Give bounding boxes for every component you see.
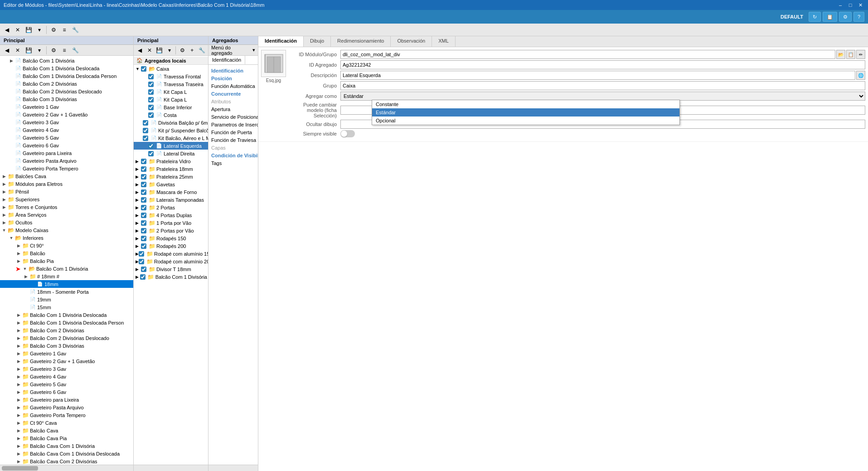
mid-tb-back[interactable]: ◀ <box>136 45 145 55</box>
check[interactable] <box>140 274 145 280</box>
siempre-toggle[interactable] <box>340 130 355 137</box>
close-button[interactable]: ✕ <box>856 1 864 9</box>
ag-funcion-puerta[interactable]: Función de Puerta <box>209 128 258 136</box>
tree-item-balcao-3-div[interactable]: 📄 Balcão Com 3 Divisórias <box>0 95 133 103</box>
check[interactable] <box>148 89 154 95</box>
tree-item-balcao-1-div-desk-p-f2[interactable]: ▶ 📁 Balcão Com 1 Divisória Deslocada Per… <box>0 319 133 326</box>
tree-item-balcao-2-div-d[interactable]: 📄 Balcão Com 2 Divisórias Deslocado <box>0 87 133 95</box>
check[interactable] <box>148 112 154 118</box>
tree-item-balcao-2-div-f2[interactable]: ▶ 📁 Balcão Com 2 Divisórias <box>0 326 133 334</box>
tree-item-area-servicos[interactable]: ▶ 📁 Área Serviços <box>0 211 133 219</box>
tree-item-gav4[interactable]: 📄 Gaveteiro 4 Gav <box>0 126 133 134</box>
check-lateral-esq[interactable] <box>148 143 154 149</box>
cb-gavetas[interactable]: ▶ 📁 Gavetas <box>134 180 208 188</box>
cb-prateleira-vidro[interactable]: ▶ 📁 Prateleira Vidro <box>134 157 208 165</box>
tree-item-modulos-eletros[interactable]: ▶ 📁 Módulos para Eletros <box>0 180 133 188</box>
tree-item-gav6[interactable]: 📄 Gaveteiro 6 Gav <box>0 141 133 149</box>
refresh-button[interactable]: ↻ <box>809 12 821 22</box>
cb-rodapes-150[interactable]: ▶ 📁 Rodapés 150 <box>134 234 208 242</box>
mid-tb-plus[interactable]: + <box>188 45 197 55</box>
tree-item-pensil[interactable]: ▶ 📁 Pênsil <box>0 188 133 195</box>
ag-tags[interactable]: Tags <box>209 159 258 167</box>
mid-tb-drop[interactable]: ▾ <box>165 45 174 55</box>
ag-posicion[interactable]: Posición <box>209 74 258 82</box>
cb-4-portas-duplas[interactable]: ▶ 📁 4 Portas Duplas <box>134 211 208 219</box>
tree-item-balcao-3-div-f2[interactable]: ▶ 📁 Balcão Com 3 Divisórias <box>0 342 133 350</box>
tree-item-gav3-f2[interactable]: ▶ 📁 Gaveteiro 3 Gav <box>0 365 133 373</box>
tree-item-15mm[interactable]: 📄 15mm <box>0 303 133 311</box>
id-modulo-btn3[interactable]: ✏ <box>856 50 865 59</box>
tree-item-gav5[interactable]: 📄 Gaveteiro 5 Gav <box>0 134 133 141</box>
dropdown-opcional[interactable]: Opcional <box>372 117 679 125</box>
tree-item-balcao-1-div-desk[interactable]: 📄 Balcão Com 1 Divisória Deslocada <box>0 64 133 72</box>
clipboard-button[interactable]: 📋 <box>823 12 837 22</box>
left-tb-save[interactable]: 💾 <box>24 45 34 55</box>
cb-divisoria[interactable]: 📄 Divisória Balção p/ 6mm <box>134 119 208 126</box>
id-modulo-btn1[interactable]: 📂 <box>836 50 845 59</box>
cb-travessa-traseira[interactable]: 📄 Travessa Traseira <box>134 80 208 88</box>
ag-atributos[interactable]: Atributos <box>209 97 258 105</box>
tree-item-lixeira-f2[interactable]: ▶ 📁 Gaveteiro para Lixeira <box>0 396 133 403</box>
cb-lateral-esq[interactable]: 📄 Lateral Esquerda <box>134 142 208 150</box>
cb-2-portas[interactable]: ▶ 📁 2 Portas <box>134 204 208 211</box>
maximize-button[interactable]: □ <box>846 1 854 9</box>
ag-funcion-traviesa[interactable]: Función de Traviesa <box>209 136 258 144</box>
tree-item-18mm-hash[interactable]: ▶ 📁 # 18mm # <box>0 272 133 280</box>
left-tb-back[interactable]: ◀ <box>2 45 12 55</box>
cb-caixa[interactable]: ▼ 📂 Caixa <box>134 65 208 73</box>
check[interactable] <box>141 159 146 164</box>
ag-condicion-vis[interactable]: Condición de Visibilidad <box>209 151 258 159</box>
cb-prateleira-25mm[interactable]: ▶ 📁 Prateleira 25mm <box>134 173 208 180</box>
check[interactable] <box>148 82 154 87</box>
cb-rodapes-200[interactable]: ▶ 📁 Rodapés 200 <box>134 242 208 250</box>
descripcion-input[interactable] <box>340 71 855 80</box>
check[interactable] <box>143 136 148 141</box>
tab-identificacion[interactable]: Identificación <box>258 36 304 47</box>
tree-item-balcao-1-div-desk-p[interactable]: 📄 Balcão Com 1 Divisória Deslocada Perso… <box>0 72 133 80</box>
back-button[interactable]: ◀ <box>2 25 12 35</box>
cb-mascara-forno[interactable]: ▶ 📁 Mascara de Forno <box>134 188 208 196</box>
tree-item-torres[interactable]: ▶ 📁 Torres e Conjuntos <box>0 203 133 211</box>
mid-tb-close[interactable]: ✕ <box>145 45 155 55</box>
check[interactable] <box>143 120 148 126</box>
tree-item-ct90-cava[interactable]: ▶ 📁 Ct 90° Cava <box>0 419 133 427</box>
left-tb-close[interactable]: ✕ <box>13 45 23 55</box>
tree-item-gav5-f2[interactable]: ▶ 📁 Gaveteiro 5 Gav <box>0 380 133 388</box>
tree-item-ocultos[interactable]: ▶ 📁 Ocultos <box>0 219 133 226</box>
check[interactable] <box>141 243 146 249</box>
check[interactable] <box>141 189 146 195</box>
check[interactable] <box>141 197 146 203</box>
check[interactable] <box>141 174 146 180</box>
tree-item-gav3[interactable]: 📄 Gaveteiro 3 Gav <box>0 118 133 126</box>
dropdown-estandar[interactable]: Estándar <box>372 108 679 117</box>
tree-item-superiores[interactable]: ▶ 📁 Superiores <box>0 195 133 203</box>
tree-item-gav2-1-f2[interactable]: ▶ 📁 Gaveteiro 2 Gav + 1 Gavetão <box>0 357 133 365</box>
check[interactable] <box>143 128 148 133</box>
tree-item-balcao-1-div-main[interactable]: ➤ ▼ 📂 Balcão Com 1 Divisória <box>0 265 133 272</box>
tree-item-modelo-caixas[interactable]: ▼ 📂 Modelo Caixas <box>0 226 133 234</box>
help-button[interactable]: ? <box>853 12 864 22</box>
settings-toolbar-button[interactable]: ⚙ <box>48 25 58 35</box>
check[interactable] <box>141 220 146 226</box>
check[interactable] <box>141 182 146 187</box>
id-agregado-input[interactable] <box>340 60 865 69</box>
check[interactable] <box>141 205 146 210</box>
cb-2-portas-vao[interactable]: ▶ 📁 2 Portas por Vão <box>134 227 208 234</box>
tree-item-porta-f2[interactable]: ▶ 📁 Gaveteiro Porta Tempero <box>0 411 133 419</box>
ag-identificacion[interactable]: Identificación <box>209 67 258 74</box>
tree-item-balcao-cava-2-div[interactable]: ▶ 📁 Balcão Cava Com 2 Divisórias <box>0 457 133 465</box>
tree-item-19mm[interactable]: 📄 19mm <box>0 296 133 303</box>
cb-laterais-tamp[interactable]: ▶ 📁 Laterais Tamponadas <box>134 196 208 204</box>
check[interactable] <box>141 166 146 172</box>
left-tb-menu[interactable]: ≡ <box>59 45 69 55</box>
check[interactable] <box>148 74 154 79</box>
menu-dropdown-icon[interactable]: ▾ <box>252 47 255 53</box>
tree-item-balcao-cava-1-div[interactable]: ▶ 📁 Balcão Cava Com 1 Divisória <box>0 442 133 450</box>
tab-redimensionamiento[interactable]: Redimensionamiento <box>331 36 391 47</box>
tab-dibujo[interactable]: Dibujo <box>304 36 331 47</box>
check[interactable] <box>141 267 146 272</box>
tree-item-gav6-f2[interactable]: ▶ 📁 Gaveteiro 6 Gav <box>0 388 133 396</box>
check-caixa[interactable] <box>141 66 146 72</box>
check[interactable] <box>139 259 144 264</box>
tree-item-pasta[interactable]: 📄 Gaveteiro Pasta Arquivo <box>0 157 133 165</box>
